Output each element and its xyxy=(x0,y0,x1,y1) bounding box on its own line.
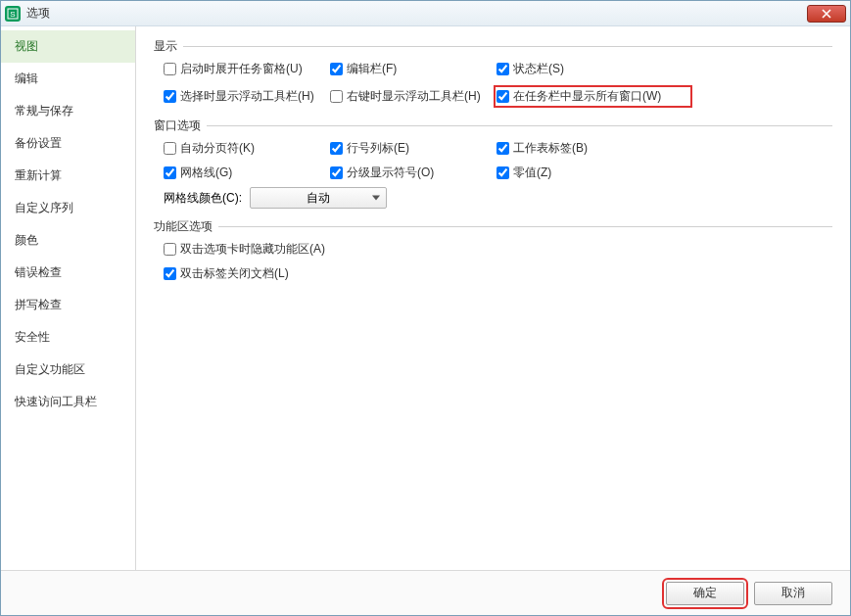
dropdown-value: 自动 xyxy=(307,190,330,207)
checkbox-zero-values[interactable]: 零值(Z) xyxy=(496,165,692,181)
sidebar-item-label: 安全性 xyxy=(15,330,50,344)
checkbox-grid: 自动分页符(K) 行号列标(E) 工作表标签(B) 网格线(G) 分级显示符号(… xyxy=(154,140,832,181)
gridline-color-label: 网格线颜色(C): xyxy=(164,190,242,207)
checkbox-dblclick-hide-ribbon[interactable]: 双击选项卡时隐藏功能区(A) xyxy=(164,241,832,258)
checkbox-row-col-headers[interactable]: 行号列标(E) xyxy=(330,140,496,157)
group-title: 窗口选项 xyxy=(154,118,201,134)
sidebar-item-backup[interactable]: 备份设置 xyxy=(1,127,135,160)
checkbox-label: 状态栏(S) xyxy=(513,61,564,77)
sidebar-item-label: 错误检查 xyxy=(15,265,62,279)
checkbox-label: 选择时显示浮动工具栏(H) xyxy=(180,88,314,105)
sidebar-item-general-save[interactable]: 常规与保存 xyxy=(1,95,135,127)
sidebar-item-security[interactable]: 安全性 xyxy=(1,321,135,354)
app-icon: S xyxy=(5,6,21,22)
dialog-footer: 确定 取消 xyxy=(1,570,850,615)
checkbox-input[interactable] xyxy=(330,63,343,75)
group-header: 显示 xyxy=(154,38,832,55)
checkbox-input[interactable] xyxy=(164,142,176,155)
svg-text:S: S xyxy=(10,10,15,19)
checkbox-input[interactable] xyxy=(164,243,176,256)
checkbox-label: 工作表标签(B) xyxy=(513,140,588,157)
checkbox-input[interactable] xyxy=(330,142,343,155)
checkbox-label: 网格线(G) xyxy=(180,165,232,181)
dialog-body: 视图 编辑 常规与保存 备份设置 重新计算 自定义序列 颜色 错误检查 拼写检查… xyxy=(1,26,850,570)
group-ribbon-options: 功能区选项 双击选项卡时隐藏功能区(A) 双击标签关闭文档(L) xyxy=(154,218,832,282)
checkbox-outline-symbols[interactable]: 分级显示符号(O) xyxy=(330,165,496,181)
checkbox-startup-taskpane[interactable]: 启动时展开任务窗格(U) xyxy=(164,61,330,77)
button-label: 确定 xyxy=(693,585,717,601)
divider xyxy=(183,46,832,47)
sidebar-item-spell-check[interactable]: 拼写检查 xyxy=(1,289,135,321)
sidebar-item-custom-lists[interactable]: 自定义序列 xyxy=(1,192,135,224)
window-title: 选项 xyxy=(26,5,50,22)
checkbox-dblclick-close-doc[interactable]: 双击标签关闭文档(L) xyxy=(164,265,832,282)
checkbox-status-bar[interactable]: 状态栏(S) xyxy=(496,61,692,77)
sidebar-item-customize-ribbon[interactable]: 自定义功能区 xyxy=(1,354,135,386)
titlebar: S 选项 xyxy=(1,1,850,26)
group-header: 窗口选项 xyxy=(154,118,832,134)
divider xyxy=(207,125,832,126)
sidebar-item-quick-access[interactable]: 快速访问工具栏 xyxy=(1,386,135,418)
sidebar-item-color[interactable]: 颜色 xyxy=(1,224,135,257)
content-panel: 显示 启动时展开任务窗格(U) 编辑栏(F) 状态栏(S) 选择时显示浮动工具栏… xyxy=(136,26,850,570)
checkbox-formula-bar[interactable]: 编辑栏(F) xyxy=(330,61,496,77)
checkbox-label: 启动时展开任务窗格(U) xyxy=(180,61,303,77)
sidebar-item-error-check[interactable]: 错误检查 xyxy=(1,257,135,289)
checkbox-mini-toolbar-rightclick[interactable]: 右键时显示浮动工具栏(H) xyxy=(330,88,496,105)
sidebar-item-label: 快速访问工具栏 xyxy=(15,395,97,408)
ok-button[interactable]: 确定 xyxy=(666,582,744,605)
checkbox-mini-toolbar-select[interactable]: 选择时显示浮动工具栏(H) xyxy=(164,88,330,105)
close-button[interactable] xyxy=(807,5,846,23)
checkbox-label: 双击选项卡时隐藏功能区(A) xyxy=(180,241,325,258)
checkbox-input[interactable] xyxy=(164,166,176,179)
sidebar-item-label: 编辑 xyxy=(15,71,38,85)
group-header: 功能区选项 xyxy=(154,218,832,235)
sidebar-item-label: 自定义功能区 xyxy=(15,362,85,376)
checkbox-list: 双击选项卡时隐藏功能区(A) 双击标签关闭文档(L) xyxy=(154,241,832,282)
checkbox-input[interactable] xyxy=(164,90,176,103)
checkbox-gridlines[interactable]: 网格线(G) xyxy=(164,165,330,181)
divider xyxy=(218,226,832,227)
checkbox-grid: 启动时展开任务窗格(U) 编辑栏(F) 状态栏(S) 选择时显示浮动工具栏(H)… xyxy=(154,61,832,108)
checkbox-sheet-tabs[interactable]: 工作表标签(B) xyxy=(496,140,692,157)
sidebar: 视图 编辑 常规与保存 备份设置 重新计算 自定义序列 颜色 错误检查 拼写检查… xyxy=(1,26,136,570)
checkbox-label: 右键时显示浮动工具栏(H) xyxy=(347,88,481,105)
cancel-button[interactable]: 取消 xyxy=(754,582,832,605)
sidebar-item-recalc[interactable]: 重新计算 xyxy=(1,160,135,192)
checkbox-input[interactable] xyxy=(330,90,343,103)
checkbox-input[interactable] xyxy=(164,63,176,75)
gridline-color-row: 网格线颜色(C): 自动 xyxy=(154,187,832,209)
sidebar-item-label: 拼写检查 xyxy=(15,298,62,311)
checkbox-label: 自动分页符(K) xyxy=(180,140,255,157)
sidebar-item-view[interactable]: 视图 xyxy=(1,30,135,63)
group-title: 功能区选项 xyxy=(154,218,213,235)
sidebar-item-label: 重新计算 xyxy=(15,168,62,182)
checkbox-input[interactable] xyxy=(496,63,509,75)
sidebar-item-label: 自定义序列 xyxy=(15,201,73,214)
sidebar-item-edit[interactable]: 编辑 xyxy=(1,63,135,95)
checkbox-label: 零值(Z) xyxy=(513,165,551,181)
checkbox-label: 行号列标(E) xyxy=(347,140,409,157)
checkbox-windows-in-taskbar[interactable]: 在任务栏中显示所有窗口(W) xyxy=(494,85,692,108)
checkbox-label: 在任务栏中显示所有窗口(W) xyxy=(513,88,661,105)
sidebar-item-label: 视图 xyxy=(15,39,38,53)
close-icon xyxy=(822,9,831,19)
checkbox-input[interactable] xyxy=(496,166,509,179)
checkbox-input[interactable] xyxy=(496,142,509,155)
checkbox-page-breaks[interactable]: 自动分页符(K) xyxy=(164,140,330,157)
button-label: 取消 xyxy=(781,585,805,601)
sidebar-item-label: 颜色 xyxy=(15,233,38,247)
group-display: 显示 启动时展开任务窗格(U) 编辑栏(F) 状态栏(S) 选择时显示浮动工具栏… xyxy=(154,38,832,108)
checkbox-input[interactable] xyxy=(164,267,176,280)
sidebar-item-label: 备份设置 xyxy=(15,136,62,150)
checkbox-input[interactable] xyxy=(330,166,343,179)
gridline-color-dropdown[interactable]: 自动 xyxy=(250,187,387,209)
options-dialog: S 选项 视图 编辑 常规与保存 备份设置 重新计算 自定义序列 颜色 错误检查… xyxy=(0,0,851,616)
chevron-down-icon xyxy=(372,196,380,201)
checkbox-label: 双击标签关闭文档(L) xyxy=(180,265,289,282)
group-title: 显示 xyxy=(154,38,177,55)
checkbox-input[interactable] xyxy=(496,90,509,103)
sidebar-item-label: 常规与保存 xyxy=(15,104,73,118)
checkbox-label: 分级显示符号(O) xyxy=(347,165,434,181)
checkbox-label: 编辑栏(F) xyxy=(347,61,397,77)
